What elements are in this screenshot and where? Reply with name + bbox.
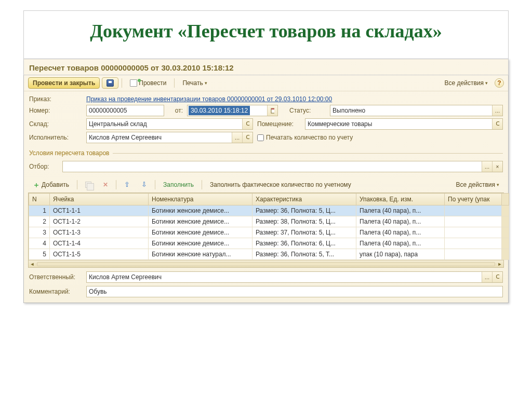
cell-gutter	[502, 227, 509, 238]
performer-select-button[interactable]: …	[232, 132, 242, 143]
room-label: Помещение:	[257, 120, 301, 128]
cell-characteristic: Размер: 37, Полнота: 5, Ц...	[252, 227, 356, 238]
col-nomenclature[interactable]: Номенклатура	[149, 194, 252, 205]
filter-field[interactable]: … ×	[62, 161, 503, 172]
status-select-button[interactable]: …	[492, 105, 502, 116]
warehouse-label: Склад:	[29, 120, 82, 128]
main-toolbar: Провести и закрыть Провести Печать ▾ Все…	[24, 75, 508, 91]
help-button[interactable]: ?	[495, 78, 504, 88]
date-input[interactable]: 30.03.2010 15:18:12	[188, 106, 267, 115]
status-label: Статус:	[289, 107, 326, 114]
performer-field[interactable]: …	[86, 132, 253, 143]
date-field[interactable]: 30.03.2010 15:18:12	[187, 105, 278, 116]
cell-nomenclature: Ботинки женские демисе...	[149, 216, 252, 227]
horizontal-scrollbar[interactable]: ◄ ►	[29, 260, 503, 267]
number-field[interactable]	[86, 105, 164, 116]
move-down-button[interactable]: ⇩	[137, 179, 152, 190]
move-up-button[interactable]: ⇧	[119, 179, 135, 190]
delete-row-button[interactable]: ✕	[98, 179, 113, 190]
search-icon	[246, 121, 249, 127]
status-input[interactable]	[330, 105, 492, 116]
responsible-input[interactable]	[87, 272, 482, 282]
cell-n: 4	[29, 238, 50, 249]
scroll-track[interactable]	[37, 262, 495, 266]
col-cell[interactable]: Ячейка	[50, 194, 149, 205]
conditions-section-title: Условия пересчета товаров	[24, 146, 508, 157]
date-picker-button[interactable]	[267, 105, 277, 116]
cell-characteristic: Размер: 36, Полнота: 5, Ц...	[252, 205, 356, 216]
scroll-left-button[interactable]: ◄	[29, 260, 36, 268]
col-n[interactable]: N	[29, 194, 50, 205]
arrow-down-icon: ⇩	[141, 181, 147, 188]
warehouse-field[interactable]	[86, 118, 253, 130]
items-table[interactable]: N Ячейка Номенклатура Характеристика Упа…	[29, 193, 509, 260]
fill-by-account-label: Заполнить фактическое количество по учет…	[210, 181, 351, 188]
chevron-down-icon: ▾	[485, 80, 488, 86]
cell-nomenclature: Ботинки женские демисе...	[149, 205, 252, 216]
conditions-label: Условия пересчета товаров	[29, 149, 110, 157]
add-row-button[interactable]: ＋ Добавить	[28, 179, 74, 190]
room-lookup-button[interactable]	[492, 119, 502, 129]
table-row[interactable]: 2ОСТ1-1-2Ботинки женские демисе...Размер…	[29, 216, 509, 227]
room-input[interactable]	[305, 119, 492, 129]
cell-packaging: Палета (40 пара), п...	[356, 227, 445, 238]
copy-row-button[interactable]	[81, 180, 96, 190]
app-window: Пересчет товаров 00000000005 от 30.03.20…	[23, 59, 509, 303]
table-row[interactable]: 4ОСТ1-1-4Ботинки женские демисе...Размер…	[29, 238, 509, 249]
post-and-close-label: Провести и закрыть	[33, 79, 95, 87]
responsible-select-button[interactable]: …	[482, 272, 492, 282]
status-field[interactable]: …	[330, 105, 503, 116]
fill-button[interactable]: Заполнить	[158, 179, 198, 190]
cell-cell: ОСТ1-1-2	[50, 216, 149, 227]
scroll-right-button[interactable]: ►	[496, 260, 503, 268]
post-label: Провести	[139, 79, 166, 87]
print-qty-checkbox[interactable]: Печатать количество по учету	[257, 134, 353, 141]
col-packaging[interactable]: Упаковка, Ед. изм.	[356, 194, 445, 205]
cell-nomenclature: Ботинки женские демисе...	[149, 227, 252, 238]
filter-select-button[interactable]: …	[482, 161, 492, 172]
filter-input[interactable]	[63, 161, 482, 172]
cell-gutter	[502, 205, 509, 216]
separator	[202, 180, 202, 189]
table-all-actions-button[interactable]: Все действия ▾	[451, 179, 504, 190]
print-qty-input[interactable]	[257, 134, 264, 141]
cell-packaging: Палета (40 пара), п...	[356, 238, 445, 249]
fill-by-account-button[interactable]: Заполнить фактическое количество по учет…	[205, 179, 356, 190]
comment-input[interactable]	[87, 286, 502, 297]
warehouse-input[interactable]	[87, 119, 242, 129]
save-button[interactable]	[102, 77, 118, 89]
filter-clear-button[interactable]: ×	[492, 161, 502, 172]
responsible-lookup-button[interactable]	[492, 272, 502, 282]
table-row[interactable]: 3ОСТ1-1-3Ботинки женские демисе...Размер…	[29, 227, 509, 238]
warehouse-lookup-button[interactable]	[242, 119, 252, 129]
col-characteristic[interactable]: Характеристика	[252, 194, 356, 205]
plus-icon: ＋	[33, 182, 40, 188]
post-and-close-button[interactable]: Провести и закрыть	[28, 77, 100, 89]
print-qty-label: Печатать количество по учету	[266, 134, 353, 141]
all-actions-button[interactable]: Все действия ▾	[440, 77, 493, 89]
post-button[interactable]: Провести	[125, 77, 171, 89]
performer-label: Исполнитель:	[29, 134, 82, 141]
cell-cell: ОСТ1-1-5	[50, 249, 149, 260]
fill-label: Заполнить	[163, 181, 194, 188]
responsible-field[interactable]: …	[86, 271, 503, 283]
col-by-account[interactable]: По учету (упак	[445, 194, 502, 205]
comment-field[interactable]	[86, 286, 503, 297]
cell-packaging: упак (10 пара), пара	[356, 249, 445, 260]
table-all-actions-label: Все действия	[456, 181, 495, 188]
table-row[interactable]: 5ОСТ1-1-5Ботинки женские натурал...Разме…	[29, 249, 509, 260]
separator	[174, 78, 175, 88]
number-input[interactable]	[87, 105, 169, 116]
responsible-label: Ответственный:	[29, 273, 82, 281]
table-row[interactable]: 1ОСТ1-1-1Ботинки женские демисе...Размер…	[29, 205, 509, 216]
add-label: Добавить	[42, 181, 69, 188]
room-field[interactable]	[305, 118, 503, 130]
print-button[interactable]: Печать ▾	[178, 77, 211, 89]
search-icon	[246, 134, 249, 141]
performer-lookup-button[interactable]	[242, 132, 252, 143]
order-link[interactable]: Приказ на проведение инвентаризации това…	[86, 95, 332, 103]
cell-gutter	[502, 249, 509, 260]
cell-gutter	[502, 216, 509, 227]
performer-input[interactable]	[87, 132, 232, 143]
col-scroll-gutter	[502, 194, 509, 205]
